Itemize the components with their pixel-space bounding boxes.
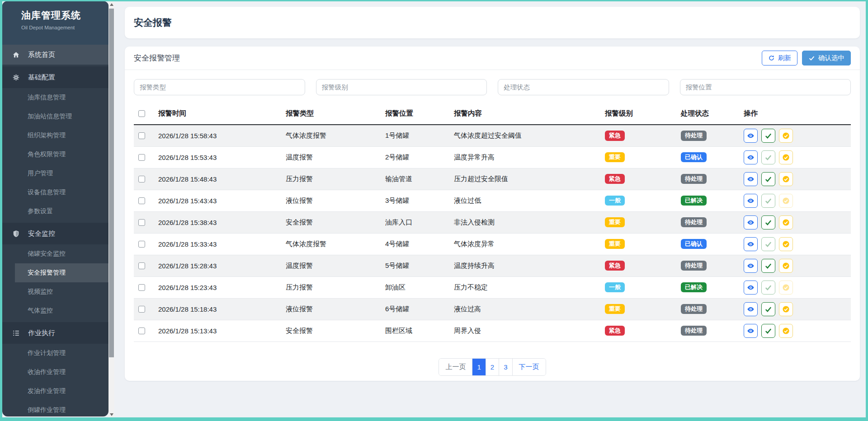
row-checkbox[interactable] xyxy=(138,219,145,226)
scrollbar-thumb[interactable] xyxy=(109,9,114,357)
confirm-button[interactable] xyxy=(761,302,775,316)
page-number-2[interactable]: 2 xyxy=(486,359,499,375)
handle-status-badge: 待处理 xyxy=(681,261,707,271)
scroll-down-arrow-icon[interactable] xyxy=(108,412,114,417)
page-number-1[interactable]: 1 xyxy=(472,359,486,375)
alarm-time: 2026/1/28 15:18:43 xyxy=(154,298,281,320)
sidebar-item-user-mgmt[interactable]: 用户管理 xyxy=(2,164,108,183)
handle-status-filter-input[interactable] xyxy=(498,79,669,95)
confirm-button[interactable] xyxy=(761,324,775,338)
sidebar-item-job-execution[interactable]: 作业执行 xyxy=(2,322,108,344)
resolve-button[interactable] xyxy=(779,259,793,273)
sidebar-item-home[interactable]: 系统首页 xyxy=(2,45,108,65)
sidebar-item-device-info[interactable]: 设备信息管理 xyxy=(2,183,108,202)
row-checkbox[interactable] xyxy=(138,284,145,291)
confirm-button[interactable] xyxy=(761,172,775,186)
view-button[interactable] xyxy=(744,194,758,208)
next-page-button[interactable]: 下一页 xyxy=(513,359,546,375)
sidebar-item-org-structure[interactable]: 组织架构管理 xyxy=(2,126,108,145)
refresh-button[interactable]: 刷新 xyxy=(762,51,797,65)
resolve-button[interactable] xyxy=(779,172,793,186)
handle-status-badge: 已解决 xyxy=(681,282,707,293)
table-row: 2026/1/28 15:28:43温度报警5号储罐温度持续升高紧急待处理 xyxy=(134,255,851,276)
row-actions xyxy=(739,233,851,255)
view-button[interactable] xyxy=(744,302,758,316)
circle-check-icon xyxy=(782,262,790,270)
sidebar-item-label: 安全监控 xyxy=(28,229,55,238)
table-row: 2026/1/28 15:23:43压力报警卸油区压力不稳定一般已解决 xyxy=(134,276,851,298)
sidebar-item-job-plan[interactable]: 作业计划管理 xyxy=(2,344,108,363)
view-button[interactable] xyxy=(744,129,758,143)
alarm-time: 2026/1/28 15:23:43 xyxy=(154,276,281,298)
sidebar-item-safety-alarm[interactable]: 安全报警管理 xyxy=(15,263,108,282)
table-row: 2026/1/28 15:58:43气体浓度报警1号储罐气体浓度超过安全阈值紧急… xyxy=(134,125,851,146)
sidebar-item-video-monitor[interactable]: 视频监控 xyxy=(2,282,108,301)
confirm-button xyxy=(761,150,775,164)
alarm-type-filter-input[interactable] xyxy=(134,79,305,95)
view-button[interactable] xyxy=(744,237,758,251)
row-checkbox[interactable] xyxy=(138,154,145,161)
alarm-level-badge: 重要 xyxy=(605,239,625,249)
resolve-button[interactable] xyxy=(779,302,793,316)
sidebar-item-station-info[interactable]: 加油站信息管理 xyxy=(2,107,108,126)
row-checkbox[interactable] xyxy=(138,327,145,334)
resolve-button[interactable] xyxy=(779,237,793,251)
page-header-card: 安全报警 xyxy=(125,7,860,38)
sidebar-item-basic-config[interactable]: 基础配置 xyxy=(2,66,108,88)
row-checkbox[interactable] xyxy=(138,132,145,139)
sidebar-item-safety-monitor[interactable]: 安全监控 xyxy=(2,223,108,244)
table-row: 2026/1/28 15:18:43液位报警6号储罐液位过高重要待处理 xyxy=(134,298,851,320)
check-icon xyxy=(764,175,772,183)
sidebar-item-label: 设备信息管理 xyxy=(28,188,66,196)
handle-status-badge: 待处理 xyxy=(681,131,707,141)
row-checkbox[interactable] xyxy=(138,306,145,313)
alarm-table: 报警时间报警类型报警位置报警内容报警级别处理状态操作 2026/1/28 15:… xyxy=(134,102,851,342)
view-button[interactable] xyxy=(744,281,758,295)
resolve-button[interactable] xyxy=(779,324,793,338)
confirm-selected-button[interactable]: 确认选中 xyxy=(802,51,851,65)
alarm-location: 输油管道 xyxy=(381,168,449,190)
sidebar-item-param-settings[interactable]: 参数设置 xyxy=(2,202,108,221)
select-all-checkbox[interactable] xyxy=(138,110,145,117)
view-button[interactable] xyxy=(744,150,758,164)
view-button[interactable] xyxy=(744,259,758,273)
confirm-button[interactable] xyxy=(761,129,775,143)
sidebar-item-label: 作业计划管理 xyxy=(28,349,66,357)
row-checkbox[interactable] xyxy=(138,176,145,182)
alarm-type: 气体浓度报警 xyxy=(281,125,381,146)
resolve-button[interactable] xyxy=(779,215,793,229)
prev-page-button[interactable]: 上一页 xyxy=(439,359,472,375)
sidebar-item-depot-info[interactable]: 油库信息管理 xyxy=(2,88,108,107)
row-checkbox[interactable] xyxy=(138,241,145,248)
circle-check-icon xyxy=(782,219,790,226)
resolve-button[interactable] xyxy=(779,129,793,143)
alarm-level-filter-input[interactable] xyxy=(316,79,487,95)
sidebar-item-tank-transfer[interactable]: 倒罐作业管理 xyxy=(2,401,108,416)
row-checkbox[interactable] xyxy=(138,197,145,204)
alarm-content: 压力不稳定 xyxy=(449,276,600,298)
sidebar-scrollbar[interactable] xyxy=(108,1,114,417)
sidebar-item-oil-dispatch[interactable]: 发油作业管理 xyxy=(2,382,108,401)
confirm-button[interactable] xyxy=(761,259,775,273)
sidebar-item-oil-receive[interactable]: 收油作业管理 xyxy=(2,363,108,382)
check-icon xyxy=(764,284,772,291)
resolve-button[interactable] xyxy=(779,150,793,164)
row-checkbox[interactable] xyxy=(138,262,145,269)
alarm-content: 液位过低 xyxy=(449,190,600,211)
alarm-type: 压力报警 xyxy=(281,276,381,298)
alarm-location-filter-input[interactable] xyxy=(680,79,851,95)
scroll-up-arrow-icon[interactable] xyxy=(108,1,114,7)
page-number-3[interactable]: 3 xyxy=(499,359,512,375)
alarm-level-badge: 一般 xyxy=(605,282,625,293)
sidebar-item-gas-monitor[interactable]: 气体监控 xyxy=(2,301,108,320)
alarm-time: 2026/1/28 15:33:43 xyxy=(154,233,281,255)
view-button[interactable] xyxy=(744,172,758,186)
sidebar-item-role-permission[interactable]: 角色权限管理 xyxy=(2,145,108,164)
view-button[interactable] xyxy=(744,324,758,338)
sidebar-item-tank-safety[interactable]: 储罐安全监控 xyxy=(2,244,108,263)
confirm-button xyxy=(761,194,775,208)
sidebar-item-label: 视频监控 xyxy=(28,288,53,296)
app-title: 油库管理系统 xyxy=(21,9,104,22)
confirm-button[interactable] xyxy=(761,215,775,229)
view-button[interactable] xyxy=(744,215,758,229)
